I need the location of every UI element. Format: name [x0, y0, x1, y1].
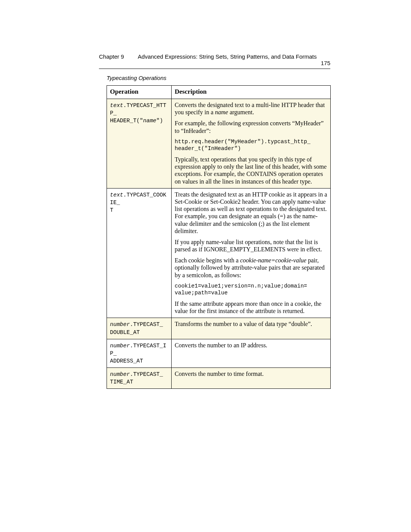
description-cell: Converts the number to time format. — [172, 368, 331, 389]
operation-cell: text.TYPCAST_COOKIE_ T — [107, 188, 172, 318]
operation-cell: text.TYPECAST_HTTP_HEADER_T("name") — [107, 99, 172, 189]
description-cell: Converts the number to an IP address. — [172, 339, 331, 367]
col-header-operation: Operation — [107, 86, 172, 99]
operation-cell: number.TYPECAST_IP_ ADDRESS_AT — [107, 339, 172, 367]
table-row: number.TYPECAST_IP_ ADDRESS_AT Converts … — [107, 339, 331, 367]
operation-cell: number.TYPECAST_ TIME_AT — [107, 368, 172, 389]
table-row: text.TYPECAST_HTTP_HEADER_T("name") Conv… — [107, 99, 331, 189]
desc-para: If you apply name-value list operations,… — [175, 238, 327, 253]
desc-para: Typically, text operations that you spec… — [175, 156, 327, 185]
col-header-description: Description — [172, 86, 331, 99]
operation-code: text.TYPECAST_HTTP_HEADER_T("name") — [110, 102, 166, 124]
operation-code: number.TYPECAST_ DOUBLE_AT — [110, 321, 163, 335]
running-head: Chapter 9 Advanced Expressions: String S… — [99, 53, 330, 69]
operation-code: number.TYPECAST_IP_ ADDRESS_AT — [110, 343, 166, 364]
chapter-title: Advanced Expressions: String Sets, Strin… — [138, 53, 317, 60]
desc-para: Converts the number to time format. — [175, 370, 327, 377]
desc-para: For example, the following expression co… — [175, 120, 327, 134]
page: Chapter 9 Advanced Expressions: String S… — [0, 0, 411, 532]
table-row: number.TYPECAST_ TIME_AT Converts the nu… — [107, 368, 331, 389]
operation-code: number.TYPECAST_ TIME_AT — [110, 371, 163, 385]
typecasting-table: Operation Description text.TYPECAST_HTTP… — [107, 85, 331, 389]
description-cell: Converts the designated text to a multi-… — [172, 99, 331, 189]
desc-para: Converts the number to an IP address. — [175, 342, 327, 349]
code-block: cookie1=value1;version=n.n;value;domain=… — [175, 283, 327, 296]
table-row: number.TYPECAST_ DOUBLE_AT Transforms th… — [107, 318, 331, 339]
desc-para: Treats the designated text as an HTTP co… — [175, 191, 327, 235]
desc-para: Each cookie begins with a cookie-name=co… — [175, 257, 327, 279]
desc-para: Transforms the number to a value of data… — [175, 320, 327, 328]
operation-code: text.TYPCAST_COOKIE_ T — [110, 192, 166, 213]
code-block: http.req.header("MyHeader").typcast_http… — [175, 138, 327, 152]
operation-cell: number.TYPECAST_ DOUBLE_AT — [107, 318, 172, 339]
page-number: 175 — [321, 60, 330, 66]
description-cell: Treats the designated text as an HTTP co… — [172, 188, 331, 318]
table-row: text.TYPCAST_COOKIE_ T Treats the design… — [107, 188, 331, 318]
table-header-row: Operation Description — [107, 86, 331, 99]
description-cell: Transforms the number to a value of data… — [172, 318, 331, 339]
table-caption: Typecasting Operations — [107, 75, 166, 81]
desc-para: Converts the designated text to a multi-… — [175, 101, 327, 116]
chapter-label: Chapter 9 — [99, 53, 124, 60]
desc-para: If the same attribute appears more than … — [175, 300, 327, 315]
